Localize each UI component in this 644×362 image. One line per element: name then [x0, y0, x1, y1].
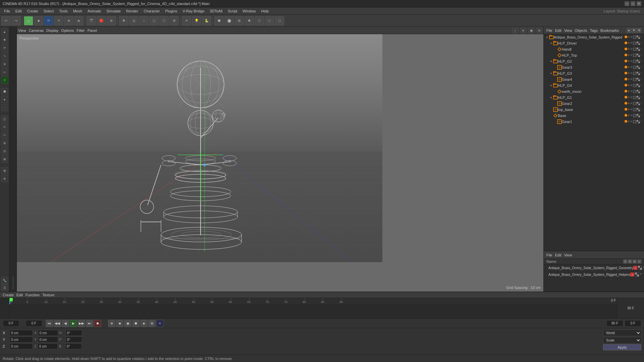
- tl-12[interactable]: ✕: [630, 102, 633, 105]
- om-file[interactable]: File: [546, 28, 552, 33]
- transport-icon-2[interactable]: ■: [116, 320, 123, 327]
- frame-rate-input[interactable]: [625, 320, 641, 327]
- menu-simulate[interactable]: Simulate: [104, 8, 123, 14]
- tl-6[interactable]: ✕: [630, 66, 633, 69]
- tool20[interactable]: ⬤: [224, 16, 234, 25]
- left-tool-bottom2[interactable]: ☰: [1, 284, 8, 292]
- tree-arrow-g4[interactable]: ▼: [549, 84, 553, 87]
- tree-item-base[interactable]: ▶ Base ✕✕ ⋯: [544, 113, 644, 119]
- vp-menu-cameras[interactable]: Cameras: [29, 28, 44, 33]
- left-tool-poly[interactable]: ⬢: [1, 88, 8, 95]
- tool22[interactable]: ✱: [245, 16, 254, 25]
- menu-window[interactable]: Window: [240, 8, 258, 14]
- vp-menu-view[interactable]: View: [18, 28, 26, 33]
- prop-x-rot[interactable]: [38, 330, 58, 336]
- tx-7[interactable]: ✕: [628, 72, 630, 75]
- transport-to-end[interactable]: ⏭: [86, 320, 93, 327]
- left-tool-rect-selection[interactable]: ▭: [1, 68, 8, 76]
- vd-8[interactable]: [625, 78, 627, 80]
- prop-x-pos[interactable]: [9, 330, 33, 336]
- transport-record[interactable]: ⏺: [94, 320, 101, 327]
- menu-mesh[interactable]: Mesh: [70, 8, 85, 14]
- left-tool-live-selection[interactable]: ⊕: [1, 60, 8, 68]
- left-tool-rotate[interactable]: ⟳: [1, 44, 8, 52]
- tree-lock-2[interactable]: ✕: [630, 42, 633, 45]
- mat-vis-1[interactable]: ●: [633, 266, 637, 270]
- transport-prev-key[interactable]: ◀◀: [54, 320, 61, 327]
- vd-11[interactable]: [625, 96, 627, 99]
- left-tool-material[interactable]: ◍: [1, 167, 8, 174]
- tree-arrow[interactable]: ▼: [549, 42, 553, 45]
- om-icon-scroll-down[interactable]: ▼: [632, 28, 636, 33]
- tl-9[interactable]: ✕: [630, 84, 633, 87]
- mat-vis-2[interactable]: ●: [630, 273, 634, 277]
- tool13[interactable]: ◻: [149, 16, 159, 25]
- menu-animate[interactable]: Animate: [85, 8, 104, 14]
- transport-icon-4[interactable]: ⏺: [132, 320, 140, 327]
- tool24[interactable]: ⬡: [265, 16, 274, 25]
- menu-tools[interactable]: Tools: [56, 8, 70, 14]
- prop-z-rot[interactable]: [38, 343, 58, 349]
- om-view[interactable]: View: [564, 28, 572, 33]
- om-bookmarks[interactable]: Bookmarks: [600, 28, 619, 33]
- timeline-tracks[interactable]: [9, 305, 617, 318]
- vd-12[interactable]: [625, 102, 627, 105]
- tl-5[interactable]: ✕: [630, 60, 633, 63]
- menu-edit[interactable]: Edit: [13, 8, 24, 14]
- tree-item-hlp-g4[interactable]: ▼ HLP_G4 ✕✕ ⋯: [544, 82, 644, 88]
- tl-menu-edit[interactable]: Edit: [16, 293, 23, 297]
- left-tool-bottom1[interactable]: 🔧: [1, 277, 8, 284]
- left-tool-move[interactable]: ✚: [1, 36, 8, 44]
- tl-13[interactable]: ✕: [630, 108, 633, 111]
- vd-10[interactable]: [625, 90, 627, 93]
- om-tags[interactable]: Tags: [590, 28, 598, 33]
- om-icon-options[interactable]: ⚙: [637, 28, 641, 33]
- transport-icon-5[interactable]: ◈: [140, 320, 148, 327]
- tree-item-root[interactable]: ▼ Antique_Brass_Orrery_Solar_System_Rigg…: [544, 34, 644, 40]
- tx-4[interactable]: ✕: [628, 54, 630, 57]
- transport-icon-3[interactable]: ◉: [124, 320, 131, 327]
- vp-icon-3[interactable]: ▣: [529, 28, 534, 33]
- tree-x-2[interactable]: ✕: [628, 42, 630, 45]
- menu-help[interactable]: Help: [258, 8, 271, 14]
- mat-view[interactable]: View: [564, 253, 572, 257]
- vd-4[interactable]: [625, 54, 627, 56]
- tx-12[interactable]: ✕: [628, 102, 630, 105]
- tx-11[interactable]: ✕: [628, 96, 630, 99]
- tool10[interactable]: ✚: [119, 16, 128, 25]
- tl-menu-create[interactable]: Create: [3, 293, 14, 297]
- tx-3[interactable]: ✕: [628, 48, 630, 51]
- redo-button[interactable]: ↪: [11, 16, 21, 25]
- vd-14[interactable]: [625, 114, 627, 117]
- vd-13[interactable]: [625, 108, 627, 111]
- tool4[interactable]: ✕: [54, 16, 63, 25]
- tool19[interactable]: ⬣: [214, 16, 224, 25]
- tl-7[interactable]: ✕: [630, 72, 633, 75]
- prop-p-val[interactable]: [65, 337, 82, 343]
- tool17[interactable]: 💡: [192, 16, 201, 25]
- vd-3[interactable]: [625, 48, 627, 50]
- tree-item-handl[interactable]: ▶ Handl ✕ ✕ ⋯: [544, 46, 644, 52]
- tx-14[interactable]: ✕: [628, 114, 630, 117]
- tree-item-hlp-g3[interactable]: ▼ HLP_G3 ✕✕ ⋯: [544, 70, 644, 76]
- tx-10[interactable]: ✕: [628, 90, 630, 93]
- menu-script[interactable]: Script: [225, 8, 240, 14]
- left-tool-point[interactable]: ·: [1, 104, 8, 111]
- vp-menu-panel[interactable]: Panel: [88, 28, 97, 33]
- left-tool-scale[interactable]: ⤡: [1, 52, 8, 60]
- tree-lock-icon[interactable]: ✕: [630, 36, 633, 39]
- mat-file[interactable]: File: [546, 253, 552, 257]
- tool8[interactable]: 🔴: [97, 16, 106, 25]
- tl-14[interactable]: ✕: [630, 114, 633, 117]
- mat-x-2[interactable]: ✕: [640, 273, 642, 277]
- vp-menu-filter[interactable]: Filter: [76, 28, 85, 33]
- tree-arrow-g3[interactable]: ▼: [549, 72, 553, 75]
- left-tool-paint[interactable]: ✏: [1, 123, 8, 131]
- tree-arrow-g1[interactable]: ▼: [549, 96, 553, 99]
- apply-button[interactable]: Apply: [603, 344, 641, 350]
- tl-menu-texture[interactable]: Texture: [42, 293, 54, 297]
- tool6[interactable]: ◈: [74, 16, 84, 25]
- tool7[interactable]: 🎬: [87, 16, 96, 25]
- maximize-button[interactable]: □: [631, 1, 635, 6]
- tl-15[interactable]: ✕: [630, 120, 633, 123]
